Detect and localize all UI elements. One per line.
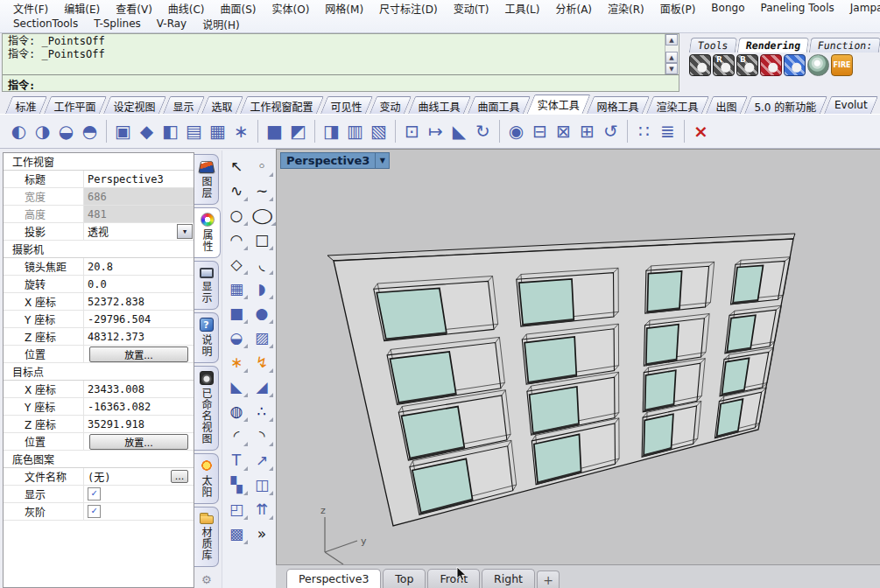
menu-item[interactable]: Jamparc bbox=[842, 1, 880, 15]
place-hole-icon[interactable]: ⊟ bbox=[528, 120, 552, 144]
scrollbar-track[interactable] bbox=[665, 46, 679, 52]
polygon-tool[interactable]: ◇ bbox=[224, 252, 250, 276]
command-prompt[interactable]: 指令: bbox=[3, 74, 679, 91]
place-button[interactable]: 放置... bbox=[89, 434, 188, 450]
menu-item[interactable]: T-Splines bbox=[86, 17, 149, 31]
menu-item[interactable]: V-Ray bbox=[149, 17, 194, 31]
tab-layers[interactable]: 图层 bbox=[194, 154, 219, 205]
menu-item[interactable]: 网格(M) bbox=[317, 0, 371, 17]
solid-control-points-icon[interactable]: ⊡ bbox=[400, 120, 424, 144]
viewport-title[interactable]: Perspective3 bbox=[281, 153, 375, 168]
mirror-tool[interactable]: ◫ bbox=[250, 472, 275, 497]
curve-tool[interactable]: ∿ bbox=[224, 178, 250, 203]
rectangle-tool[interactable]: □ bbox=[250, 228, 275, 252]
object-color-tool[interactable]: ◍ bbox=[224, 399, 250, 424]
grid-array-tool[interactable]: ▩ bbox=[224, 522, 250, 546]
vray-fire-icon[interactable]: FIRE bbox=[831, 54, 853, 76]
ellipse-tool[interactable]: ◯ bbox=[245, 203, 278, 228]
extract-wireframe-icon[interactable]: ▣ bbox=[111, 120, 135, 144]
vray-render-batch-icon[interactable]: B bbox=[736, 54, 758, 76]
scroll-down-icon[interactable]: ▼ bbox=[665, 63, 678, 74]
vray-tab-tools[interactable]: Tools bbox=[689, 38, 737, 52]
boolean-union-icon[interactable]: ◐ bbox=[7, 120, 31, 144]
scroll-up-small-icon[interactable]: ▲ bbox=[665, 52, 678, 63]
chevron-down-icon[interactable]: ▼ bbox=[375, 153, 389, 168]
menu-item[interactable]: 工具(L) bbox=[496, 0, 547, 17]
toolbar-tab-渲染工具[interactable]: 渲染工具 bbox=[646, 96, 709, 114]
move-hole-icon[interactable]: ⊞ bbox=[575, 120, 599, 144]
cone-icon[interactable]: ◩ bbox=[286, 120, 310, 144]
vray-options-blue-icon[interactable] bbox=[784, 54, 806, 76]
property-value[interactable]: 52372.838 bbox=[84, 293, 194, 310]
box-icon[interactable]: ■ bbox=[263, 120, 286, 144]
fillet-edge-tool[interactable]: ◣ bbox=[224, 374, 250, 399]
extrude-surface-icon[interactable]: ▥ bbox=[343, 120, 367, 144]
browse-button[interactable]: ... bbox=[171, 470, 188, 483]
tab-help[interactable]: ?说明 bbox=[194, 312, 219, 363]
menu-item[interactable]: 实体(O) bbox=[264, 0, 318, 17]
text-tool[interactable]: T bbox=[224, 448, 250, 472]
arc-tool[interactable]: ◠ bbox=[224, 228, 250, 252]
tab-named-views[interactable]: 已命名视图 bbox=[194, 366, 219, 451]
extract-surface-icon[interactable]: ◧ bbox=[158, 120, 182, 144]
scroll-up-icon[interactable]: ▲ bbox=[665, 34, 678, 46]
toolbar-tab-网格工具[interactable]: 网格工具 bbox=[587, 96, 650, 114]
rotate-face-icon[interactable]: ↻ bbox=[471, 120, 495, 144]
property-value[interactable]: Perspective3 bbox=[84, 171, 194, 187]
toolbar-tab-曲线工具[interactable]: 曲线工具 bbox=[408, 96, 471, 114]
toolbar-tab-5.0 的新功能[interactable]: 5.0 的新功能 bbox=[744, 96, 827, 114]
mesh-tool[interactable]: ▨ bbox=[250, 326, 275, 350]
viewport-tab-right[interactable]: Right bbox=[482, 569, 535, 588]
menu-item[interactable]: Paneling Tools bbox=[752, 1, 841, 15]
menu-item[interactable]: SectionTools bbox=[5, 17, 86, 31]
command-scrollbar[interactable]: ▲ ▲ ▼ bbox=[665, 34, 679, 74]
solid-edit-tool[interactable]: ◰ bbox=[224, 497, 250, 522]
array-hole-grid-icon[interactable]: ≣ bbox=[656, 120, 679, 144]
move-face-icon[interactable]: ↦ bbox=[424, 120, 447, 144]
point-tool[interactable]: ◦ bbox=[250, 154, 275, 178]
vray-tab-rendering[interactable]: Rendering bbox=[736, 38, 809, 52]
toolbar-tab-变动[interactable]: 变动 bbox=[370, 96, 412, 114]
menu-item[interactable]: 曲线(C) bbox=[160, 0, 213, 17]
toolbar-tab-出图[interactable]: 出图 bbox=[706, 96, 748, 114]
move-control-point-tool[interactable]: ↗ bbox=[250, 448, 275, 472]
vray-render-rt-icon[interactable]: R bbox=[713, 54, 735, 76]
patch-tool[interactable]: ◗ bbox=[250, 276, 275, 301]
polyhedron-icon[interactable]: ◆ bbox=[135, 120, 158, 144]
toolbar-tab-设定视图[interactable]: 设定视图 bbox=[103, 96, 166, 114]
boolean-intersection-icon[interactable]: ◒ bbox=[54, 120, 78, 144]
trim-tool[interactable]: ↯ bbox=[250, 350, 275, 374]
slab-icon[interactable]: ▧ bbox=[367, 120, 391, 144]
viewport-tab-front[interactable]: Front bbox=[427, 569, 480, 588]
property-value[interactable]: 35291.918 bbox=[84, 416, 194, 432]
delete-hole-icon[interactable]: × bbox=[689, 120, 713, 144]
surface-from-network-tool[interactable]: ▦ bbox=[224, 276, 250, 301]
toolbar-tab-曲面工具[interactable]: 曲面工具 bbox=[468, 96, 531, 114]
tab-properties[interactable]: 属性 bbox=[194, 207, 221, 258]
rotate-hole-icon[interactable]: ↺ bbox=[599, 120, 623, 144]
fillet-curve-tool[interactable]: ◟ bbox=[250, 252, 275, 276]
chamfer-edge-tool[interactable]: ◢ bbox=[250, 374, 275, 399]
tab-display[interactable]: 显示 bbox=[194, 261, 219, 310]
boolean-two-objects-icon[interactable]: ◓ bbox=[78, 120, 102, 144]
menu-item[interactable]: 渲染(R) bbox=[600, 0, 652, 17]
menu-item[interactable]: 变动(T) bbox=[446, 0, 497, 17]
round-hole-icon[interactable]: ◉ bbox=[504, 120, 528, 144]
vray-material-sphere-icon[interactable] bbox=[807, 54, 829, 76]
control-point-curve-tool[interactable]: ∼ bbox=[250, 178, 275, 203]
panel-gear-icon[interactable]: ⚙ bbox=[201, 573, 222, 586]
menu-item[interactable]: Bongo bbox=[703, 1, 752, 15]
array-hole-polar-icon[interactable]: ∷ bbox=[632, 120, 656, 144]
property-value[interactable]: 0.0 bbox=[84, 276, 194, 292]
more-tools[interactable]: » bbox=[250, 522, 275, 546]
add-viewport-tab[interactable]: + bbox=[537, 570, 560, 588]
property-value[interactable]: -29796.504 bbox=[84, 311, 194, 327]
extrude-tool[interactable]: ⇈ bbox=[250, 497, 275, 522]
array-tool[interactable]: ▚ bbox=[224, 472, 250, 497]
point-cloud-tool[interactable]: ∴ bbox=[250, 399, 275, 424]
toolbar-tab-标准[interactable]: 标准 bbox=[5, 96, 47, 114]
viewport-tab-top[interactable]: Top bbox=[383, 569, 426, 588]
viewport-tab-perspective3[interactable]: Perspective3 bbox=[286, 569, 381, 588]
tab-material-library[interactable]: 材质库 bbox=[194, 507, 219, 567]
cylinder-tool[interactable]: ◒ bbox=[224, 326, 250, 350]
